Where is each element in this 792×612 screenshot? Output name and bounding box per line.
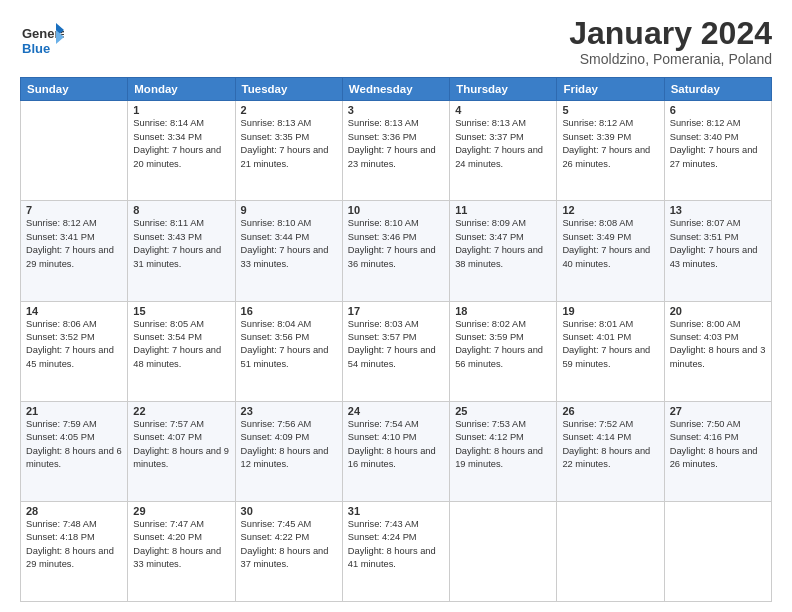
day-cell: 24Sunrise: 7:54 AMSunset: 4:10 PMDayligh… xyxy=(342,401,449,501)
day-info: Sunrise: 7:56 AMSunset: 4:09 PMDaylight:… xyxy=(241,418,337,472)
header: General Blue January 2024 Smoldzino, Pom… xyxy=(20,16,772,67)
day-cell: 18Sunrise: 8:02 AMSunset: 3:59 PMDayligh… xyxy=(450,301,557,401)
day-number: 9 xyxy=(241,204,337,216)
sunrise-text: Sunrise: 8:00 AM xyxy=(670,318,766,331)
day-cell xyxy=(557,501,664,601)
week-row-0: 1Sunrise: 8:14 AMSunset: 3:34 PMDaylight… xyxy=(21,101,772,201)
day-info: Sunrise: 8:12 AMSunset: 3:39 PMDaylight:… xyxy=(562,117,658,171)
sunrise-text: Sunrise: 7:47 AM xyxy=(133,518,229,531)
sunset-text: Sunset: 3:41 PM xyxy=(26,231,122,244)
daylight-text: Daylight: 7 hours and 26 minutes. xyxy=(562,144,658,171)
day-cell: 30Sunrise: 7:45 AMSunset: 4:22 PMDayligh… xyxy=(235,501,342,601)
sunrise-text: Sunrise: 8:09 AM xyxy=(455,217,551,230)
day-info: Sunrise: 8:09 AMSunset: 3:47 PMDaylight:… xyxy=(455,217,551,271)
sunset-text: Sunset: 3:44 PM xyxy=(241,231,337,244)
day-info: Sunrise: 7:57 AMSunset: 4:07 PMDaylight:… xyxy=(133,418,229,472)
day-info: Sunrise: 7:47 AMSunset: 4:20 PMDaylight:… xyxy=(133,518,229,572)
day-number: 30 xyxy=(241,505,337,517)
daylight-text: Daylight: 7 hours and 20 minutes. xyxy=(133,144,229,171)
daylight-text: Daylight: 8 hours and 19 minutes. xyxy=(455,445,551,472)
sunrise-text: Sunrise: 8:11 AM xyxy=(133,217,229,230)
sunrise-text: Sunrise: 7:48 AM xyxy=(26,518,122,531)
daylight-text: Daylight: 8 hours and 16 minutes. xyxy=(348,445,444,472)
day-info: Sunrise: 8:12 AMSunset: 3:41 PMDaylight:… xyxy=(26,217,122,271)
day-cell: 1Sunrise: 8:14 AMSunset: 3:34 PMDaylight… xyxy=(128,101,235,201)
day-number: 12 xyxy=(562,204,658,216)
daylight-text: Daylight: 7 hours and 38 minutes. xyxy=(455,244,551,271)
daylight-text: Daylight: 8 hours and 9 minutes. xyxy=(133,445,229,472)
day-cell: 31Sunrise: 7:43 AMSunset: 4:24 PMDayligh… xyxy=(342,501,449,601)
sunrise-text: Sunrise: 8:14 AM xyxy=(133,117,229,130)
sunrise-text: Sunrise: 7:56 AM xyxy=(241,418,337,431)
daylight-text: Daylight: 8 hours and 3 minutes. xyxy=(670,344,766,371)
sunrise-text: Sunrise: 8:02 AM xyxy=(455,318,551,331)
sunrise-text: Sunrise: 7:43 AM xyxy=(348,518,444,531)
month-title: January 2024 xyxy=(569,16,772,51)
sunset-text: Sunset: 3:52 PM xyxy=(26,331,122,344)
sunset-text: Sunset: 4:05 PM xyxy=(26,431,122,444)
week-row-4: 28Sunrise: 7:48 AMSunset: 4:18 PMDayligh… xyxy=(21,501,772,601)
sunset-text: Sunset: 3:40 PM xyxy=(670,131,766,144)
sunrise-text: Sunrise: 8:13 AM xyxy=(455,117,551,130)
daylight-text: Daylight: 7 hours and 33 minutes. xyxy=(241,244,337,271)
day-number: 14 xyxy=(26,305,122,317)
daylight-text: Daylight: 7 hours and 48 minutes. xyxy=(133,344,229,371)
week-row-2: 14Sunrise: 8:06 AMSunset: 3:52 PMDayligh… xyxy=(21,301,772,401)
sunrise-text: Sunrise: 8:10 AM xyxy=(348,217,444,230)
day-cell: 11Sunrise: 8:09 AMSunset: 3:47 PMDayligh… xyxy=(450,201,557,301)
day-info: Sunrise: 8:02 AMSunset: 3:59 PMDaylight:… xyxy=(455,318,551,372)
day-cell: 5Sunrise: 8:12 AMSunset: 3:39 PMDaylight… xyxy=(557,101,664,201)
daylight-text: Daylight: 7 hours and 31 minutes. xyxy=(133,244,229,271)
day-cell xyxy=(21,101,128,201)
sunset-text: Sunset: 4:18 PM xyxy=(26,531,122,544)
day-info: Sunrise: 7:48 AMSunset: 4:18 PMDaylight:… xyxy=(26,518,122,572)
sunrise-text: Sunrise: 8:08 AM xyxy=(562,217,658,230)
col-tuesday: Tuesday xyxy=(235,78,342,101)
day-cell: 17Sunrise: 8:03 AMSunset: 3:57 PMDayligh… xyxy=(342,301,449,401)
day-number: 5 xyxy=(562,104,658,116)
daylight-text: Daylight: 8 hours and 41 minutes. xyxy=(348,545,444,572)
day-cell: 21Sunrise: 7:59 AMSunset: 4:05 PMDayligh… xyxy=(21,401,128,501)
svg-text:Blue: Blue xyxy=(22,41,50,56)
sunrise-text: Sunrise: 7:59 AM xyxy=(26,418,122,431)
day-cell xyxy=(664,501,771,601)
sunset-text: Sunset: 3:39 PM xyxy=(562,131,658,144)
sunrise-text: Sunrise: 7:52 AM xyxy=(562,418,658,431)
day-cell: 28Sunrise: 7:48 AMSunset: 4:18 PMDayligh… xyxy=(21,501,128,601)
day-info: Sunrise: 8:10 AMSunset: 3:46 PMDaylight:… xyxy=(348,217,444,271)
day-cell: 26Sunrise: 7:52 AMSunset: 4:14 PMDayligh… xyxy=(557,401,664,501)
daylight-text: Daylight: 8 hours and 37 minutes. xyxy=(241,545,337,572)
day-info: Sunrise: 8:13 AMSunset: 3:37 PMDaylight:… xyxy=(455,117,551,171)
day-info: Sunrise: 7:52 AMSunset: 4:14 PMDaylight:… xyxy=(562,418,658,472)
daylight-text: Daylight: 7 hours and 23 minutes. xyxy=(348,144,444,171)
daylight-text: Daylight: 8 hours and 26 minutes. xyxy=(670,445,766,472)
day-cell: 16Sunrise: 8:04 AMSunset: 3:56 PMDayligh… xyxy=(235,301,342,401)
day-info: Sunrise: 8:01 AMSunset: 4:01 PMDaylight:… xyxy=(562,318,658,372)
daylight-text: Daylight: 7 hours and 43 minutes. xyxy=(670,244,766,271)
sunset-text: Sunset: 3:49 PM xyxy=(562,231,658,244)
day-number: 21 xyxy=(26,405,122,417)
daylight-text: Daylight: 8 hours and 12 minutes. xyxy=(241,445,337,472)
sunrise-text: Sunrise: 7:53 AM xyxy=(455,418,551,431)
sunset-text: Sunset: 4:07 PM xyxy=(133,431,229,444)
sunset-text: Sunset: 4:22 PM xyxy=(241,531,337,544)
sunrise-text: Sunrise: 7:50 AM xyxy=(670,418,766,431)
daylight-text: Daylight: 7 hours and 27 minutes. xyxy=(670,144,766,171)
daylight-text: Daylight: 8 hours and 33 minutes. xyxy=(133,545,229,572)
sunset-text: Sunset: 3:51 PM xyxy=(670,231,766,244)
daylight-text: Daylight: 8 hours and 29 minutes. xyxy=(26,545,122,572)
day-number: 20 xyxy=(670,305,766,317)
day-cell: 2Sunrise: 8:13 AMSunset: 3:35 PMDaylight… xyxy=(235,101,342,201)
day-info: Sunrise: 8:03 AMSunset: 3:57 PMDaylight:… xyxy=(348,318,444,372)
week-row-3: 21Sunrise: 7:59 AMSunset: 4:05 PMDayligh… xyxy=(21,401,772,501)
day-cell: 4Sunrise: 8:13 AMSunset: 3:37 PMDaylight… xyxy=(450,101,557,201)
sunset-text: Sunset: 4:12 PM xyxy=(455,431,551,444)
daylight-text: Daylight: 7 hours and 54 minutes. xyxy=(348,344,444,371)
day-info: Sunrise: 7:53 AMSunset: 4:12 PMDaylight:… xyxy=(455,418,551,472)
day-number: 22 xyxy=(133,405,229,417)
day-cell: 14Sunrise: 8:06 AMSunset: 3:52 PMDayligh… xyxy=(21,301,128,401)
sunrise-text: Sunrise: 8:13 AM xyxy=(348,117,444,130)
day-number: 10 xyxy=(348,204,444,216)
day-cell: 27Sunrise: 7:50 AMSunset: 4:16 PMDayligh… xyxy=(664,401,771,501)
day-number: 13 xyxy=(670,204,766,216)
